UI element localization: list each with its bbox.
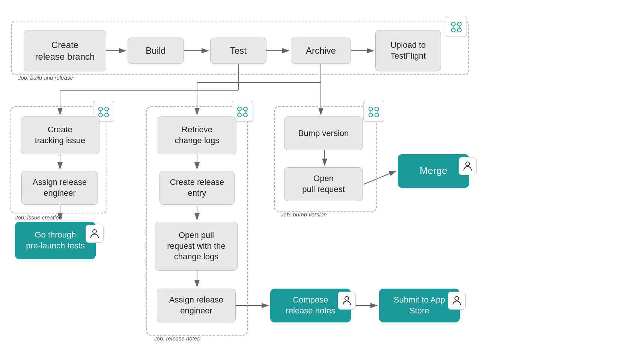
node-create-release-entry: Create release entry	[159, 171, 235, 205]
node-test: Test	[210, 38, 266, 64]
node-open-pr-changelogs: Open pull request with the change logs	[155, 222, 238, 271]
node-label: Create tracking issue	[35, 124, 86, 146]
node-label: Create release entry	[170, 177, 224, 198]
node-label: Upload to TestFlight	[390, 40, 426, 61]
person-icon-submit	[448, 292, 466, 310]
actions-icon-top	[446, 16, 467, 37]
node-label: Assign release engineer	[169, 295, 223, 316]
node-assign-engineer-1: Assign release engineer	[21, 171, 98, 205]
node-label: Compose release notes	[286, 295, 335, 316]
node-label: Test	[230, 45, 247, 56]
node-label: Merge	[420, 165, 447, 177]
node-assign-engineer-2: Assign release engineer	[157, 289, 236, 322]
job-label-issue-creation: Job: issue creation	[15, 214, 62, 221]
node-go-prelaunch: Go through pre-launch tests	[15, 222, 96, 259]
svg-rect-49	[363, 101, 384, 122]
svg-rect-21	[446, 16, 467, 37]
person-icon-merge	[459, 157, 477, 175]
actions-icon-right	[363, 101, 384, 122]
svg-point-58	[466, 162, 469, 166]
svg-point-59	[345, 296, 349, 300]
node-label: Build	[146, 45, 166, 56]
node-label: Assign release engineer	[33, 177, 87, 198]
svg-point-39	[93, 230, 96, 233]
node-label: Retrieve change logs	[175, 124, 220, 146]
node-upload-testflight: Upload to TestFlight	[375, 30, 441, 71]
node-label: Open pull request with the change logs	[167, 230, 225, 262]
node-label: Open pull request	[302, 173, 345, 195]
node-create-tracking-issue: Create tracking issue	[21, 116, 99, 154]
node-label: Submit to App Store	[394, 295, 445, 316]
node-label: Create release branch	[35, 39, 95, 62]
node-open-pull-request: Open pull request	[284, 167, 363, 201]
node-retrieve-changelogs: Retrieve change logs	[158, 116, 236, 154]
svg-point-60	[455, 296, 459, 300]
node-bump-version: Bump version	[284, 116, 363, 150]
node-build: Build	[128, 38, 184, 64]
person-icon-compose	[338, 292, 356, 310]
person-icon-prelaunch	[86, 225, 104, 243]
node-archive: Archive	[291, 38, 351, 64]
node-label: Go through pre-launch tests	[26, 230, 85, 251]
node-label: Archive	[306, 45, 336, 56]
job-label-bump-version: Job: bump version	[281, 211, 327, 218]
node-label: Bump version	[298, 128, 349, 139]
job-label-release-notes: Job: release notes	[154, 335, 200, 342]
job-label-build-release: Job: build and release	[18, 74, 73, 81]
node-create-release-branch: Create release branch	[24, 30, 106, 71]
workflow-diagram: Job: build and release Create release br…	[0, 0, 644, 357]
